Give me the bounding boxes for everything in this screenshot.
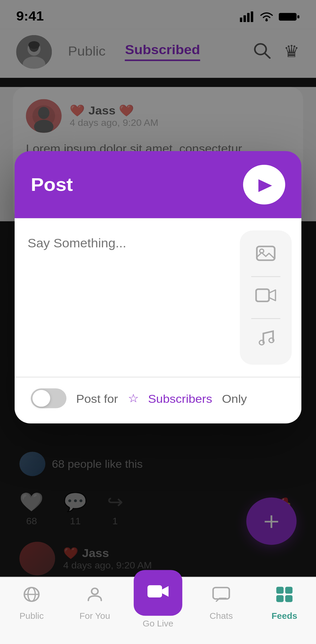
svg-rect-20 [256,289,269,302]
send-button[interactable]: ▶ [243,165,285,205]
subscribers-toggle[interactable] [31,388,66,408]
svg-rect-27 [147,585,162,597]
golive-video-icon [147,581,169,605]
nav-chats-icon [212,585,231,608]
nav-item-golive[interactable]: Go Live [126,570,190,628]
star-icon: ☆ [128,391,138,405]
subscribers-label[interactable]: Subscribers [148,392,212,405]
send-icon: ▶ [258,175,272,195]
svg-rect-31 [276,595,284,602]
media-divider-2 [251,318,280,319]
post-modal: Post ▶ [15,151,301,424]
bottom-nav: Public For You Go Live [0,577,316,644]
svg-rect-29 [276,587,284,594]
modal-footer: Post for ☆ Subscribers Only [15,377,301,424]
text-area-container [15,230,240,377]
nav-feeds-label: Feeds [272,611,297,620]
nav-item-feeds[interactable]: Feeds [253,585,316,620]
nav-golive-label: Go Live [142,619,173,628]
nav-foryou-label: For You [79,611,110,620]
svg-rect-30 [285,587,293,594]
media-buttons [240,230,292,365]
nav-item-foryou[interactable]: For You [63,585,126,620]
nav-public-icon [22,585,41,608]
golive-button[interactable] [134,570,182,616]
music-button[interactable] [248,323,284,357]
post-textarea[interactable] [28,237,227,359]
modal-body [15,218,301,377]
modal-title: Post [31,174,73,195]
svg-rect-28 [213,588,229,599]
toggle-knob [32,390,50,407]
nav-public-label: Public [20,611,44,620]
nav-item-chats[interactable]: Chats [190,585,253,620]
nav-chats-label: Chats [209,611,233,620]
only-label: Only [222,392,247,405]
video-button[interactable] [248,281,284,314]
svg-rect-32 [285,595,293,602]
image-icon [255,243,276,267]
music-icon [255,328,276,352]
image-button[interactable] [248,239,284,272]
post-for-label: Post for [76,392,118,405]
media-divider-1 [251,276,280,277]
video-icon [255,287,276,308]
nav-item-public[interactable]: Public [0,585,63,620]
svg-rect-18 [257,246,275,260]
nav-feeds-icon [275,585,294,608]
modal-header: Post ▶ [15,151,301,218]
nav-foryou-icon [85,585,104,608]
svg-point-26 [92,588,98,595]
